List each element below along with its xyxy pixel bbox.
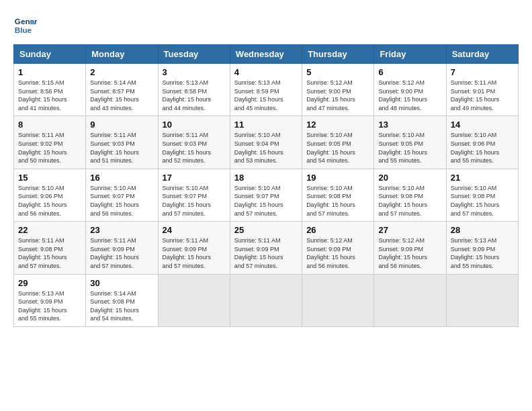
day-number: 30 <box>90 278 153 288</box>
day-cell: 19Sunrise: 5:10 AMSunset: 9:08 PMDayligh… <box>302 169 374 221</box>
cell-info: Sunrise: 5:11 AMSunset: 9:03 PMDaylight:… <box>90 131 153 165</box>
cell-info: Sunrise: 5:12 AMSunset: 9:09 PMDaylight:… <box>306 236 369 270</box>
weekday-header-tuesday: Tuesday <box>158 45 230 64</box>
svg-text:Blue: Blue <box>15 26 32 34</box>
cell-info: Sunrise: 5:11 AMSunset: 9:08 PMDaylight:… <box>18 236 81 270</box>
cell-info: Sunrise: 5:13 AMSunset: 9:09 PMDaylight:… <box>18 289 81 323</box>
cell-info: Sunrise: 5:11 AMSunset: 9:01 PMDaylight:… <box>451 79 514 112</box>
day-number: 20 <box>378 173 441 183</box>
logo: General Blue <box>13 13 40 38</box>
day-cell <box>374 274 446 326</box>
day-number: 4 <box>234 67 298 77</box>
day-cell <box>302 274 374 326</box>
day-cell: 5Sunrise: 5:12 AMSunset: 9:00 PMDaylight… <box>302 64 374 116</box>
day-cell: 28Sunrise: 5:13 AMSunset: 9:09 PMDayligh… <box>446 222 518 274</box>
day-cell <box>158 274 230 326</box>
day-cell: 20Sunrise: 5:10 AMSunset: 9:08 PMDayligh… <box>374 169 446 221</box>
day-number: 13 <box>378 120 441 130</box>
cell-info: Sunrise: 5:10 AMSunset: 9:07 PMDaylight:… <box>90 184 153 218</box>
day-cell: 30Sunrise: 5:14 AMSunset: 9:08 PMDayligh… <box>86 274 158 326</box>
day-number: 8 <box>18 120 81 130</box>
day-number: 24 <box>163 225 226 235</box>
svg-text:General: General <box>15 17 38 26</box>
day-cell: 11Sunrise: 5:10 AMSunset: 9:04 PMDayligh… <box>230 116 302 169</box>
week-row-3: 15Sunrise: 5:10 AMSunset: 9:06 PMDayligh… <box>14 169 519 221</box>
page-header: General Blue <box>13 13 519 38</box>
day-number: 11 <box>234 120 298 130</box>
day-cell: 7Sunrise: 5:11 AMSunset: 9:01 PMDaylight… <box>446 64 518 116</box>
day-number: 9 <box>90 120 153 130</box>
cell-info: Sunrise: 5:14 AMSunset: 8:57 PMDaylight:… <box>90 79 153 112</box>
day-cell: 13Sunrise: 5:10 AMSunset: 9:05 PMDayligh… <box>374 116 446 169</box>
day-number: 18 <box>234 173 298 183</box>
day-cell: 17Sunrise: 5:10 AMSunset: 9:07 PMDayligh… <box>158 169 230 221</box>
cell-info: Sunrise: 5:10 AMSunset: 9:08 PMDaylight:… <box>451 184 514 218</box>
day-number: 2 <box>90 67 153 77</box>
cell-info: Sunrise: 5:10 AMSunset: 9:05 PMDaylight:… <box>378 131 441 165</box>
day-cell: 9Sunrise: 5:11 AMSunset: 9:03 PMDaylight… <box>86 116 158 169</box>
week-row-2: 8Sunrise: 5:11 AMSunset: 9:02 PMDaylight… <box>14 116 519 169</box>
cell-info: Sunrise: 5:13 AMSunset: 9:09 PMDaylight:… <box>451 236 514 270</box>
weekday-header-monday: Monday <box>86 45 158 64</box>
day-number: 26 <box>306 225 369 235</box>
day-number: 23 <box>90 225 153 235</box>
day-number: 28 <box>451 225 514 235</box>
day-cell: 4Sunrise: 5:13 AMSunset: 8:59 PMDaylight… <box>230 64 302 116</box>
day-cell: 2Sunrise: 5:14 AMSunset: 8:57 PMDaylight… <box>86 64 158 116</box>
cell-info: Sunrise: 5:11 AMSunset: 9:09 PMDaylight:… <box>163 236 226 270</box>
week-row-1: 1Sunrise: 5:15 AMSunset: 8:56 PMDaylight… <box>14 64 519 116</box>
day-cell: 3Sunrise: 5:13 AMSunset: 8:58 PMDaylight… <box>158 64 230 116</box>
day-number: 5 <box>306 67 369 77</box>
cell-info: Sunrise: 5:14 AMSunset: 9:08 PMDaylight:… <box>90 289 153 323</box>
cell-info: Sunrise: 5:11 AMSunset: 9:09 PMDaylight:… <box>234 236 298 270</box>
cell-info: Sunrise: 5:10 AMSunset: 9:04 PMDaylight:… <box>234 131 298 165</box>
day-cell: 6Sunrise: 5:12 AMSunset: 9:00 PMDaylight… <box>374 64 446 116</box>
weekday-header-wednesday: Wednesday <box>230 45 302 64</box>
week-row-5: 29Sunrise: 5:13 AMSunset: 9:09 PMDayligh… <box>14 274 519 326</box>
day-number: 22 <box>18 225 81 235</box>
weekday-header-thursday: Thursday <box>302 45 374 64</box>
day-number: 1 <box>18 67 81 77</box>
cell-info: Sunrise: 5:15 AMSunset: 8:56 PMDaylight:… <box>18 79 81 112</box>
day-number: 7 <box>451 67 514 77</box>
day-cell <box>446 274 518 326</box>
week-row-4: 22Sunrise: 5:11 AMSunset: 9:08 PMDayligh… <box>14 222 519 274</box>
day-number: 16 <box>90 173 153 183</box>
day-cell: 8Sunrise: 5:11 AMSunset: 9:02 PMDaylight… <box>14 116 86 169</box>
day-cell <box>230 274 302 326</box>
calendar-table: SundayMondayTuesdayWednesdayThursdayFrid… <box>13 44 519 327</box>
cell-info: Sunrise: 5:13 AMSunset: 8:59 PMDaylight:… <box>234 79 298 112</box>
day-number: 17 <box>163 173 226 183</box>
day-number: 6 <box>378 67 441 77</box>
cell-info: Sunrise: 5:11 AMSunset: 9:09 PMDaylight:… <box>90 236 153 270</box>
day-number: 3 <box>163 67 226 77</box>
day-cell: 15Sunrise: 5:10 AMSunset: 9:06 PMDayligh… <box>14 169 86 221</box>
day-number: 14 <box>451 120 514 130</box>
cell-info: Sunrise: 5:11 AMSunset: 9:02 PMDaylight:… <box>18 131 81 165</box>
day-cell: 21Sunrise: 5:10 AMSunset: 9:08 PMDayligh… <box>446 169 518 221</box>
cell-info: Sunrise: 5:10 AMSunset: 9:08 PMDaylight:… <box>378 184 441 218</box>
cell-info: Sunrise: 5:12 AMSunset: 9:00 PMDaylight:… <box>306 79 369 112</box>
day-cell: 23Sunrise: 5:11 AMSunset: 9:09 PMDayligh… <box>86 222 158 274</box>
weekday-header-saturday: Saturday <box>446 45 518 64</box>
cell-info: Sunrise: 5:10 AMSunset: 9:08 PMDaylight:… <box>306 184 369 218</box>
day-number: 12 <box>306 120 369 130</box>
cell-info: Sunrise: 5:10 AMSunset: 9:07 PMDaylight:… <box>163 184 226 218</box>
cell-info: Sunrise: 5:10 AMSunset: 9:05 PMDaylight:… <box>306 131 369 165</box>
cell-info: Sunrise: 5:12 AMSunset: 9:09 PMDaylight:… <box>378 236 441 270</box>
day-cell: 16Sunrise: 5:10 AMSunset: 9:07 PMDayligh… <box>86 169 158 221</box>
day-number: 19 <box>306 173 369 183</box>
day-cell: 18Sunrise: 5:10 AMSunset: 9:07 PMDayligh… <box>230 169 302 221</box>
day-cell: 27Sunrise: 5:12 AMSunset: 9:09 PMDayligh… <box>374 222 446 274</box>
day-number: 21 <box>451 173 514 183</box>
cell-info: Sunrise: 5:10 AMSunset: 9:06 PMDaylight:… <box>18 184 81 218</box>
day-cell: 26Sunrise: 5:12 AMSunset: 9:09 PMDayligh… <box>302 222 374 274</box>
cell-info: Sunrise: 5:10 AMSunset: 9:07 PMDaylight:… <box>234 184 298 218</box>
day-number: 10 <box>163 120 226 130</box>
day-cell: 12Sunrise: 5:10 AMSunset: 9:05 PMDayligh… <box>302 116 374 169</box>
weekday-header-sunday: Sunday <box>14 45 86 64</box>
day-cell: 22Sunrise: 5:11 AMSunset: 9:08 PMDayligh… <box>14 222 86 274</box>
day-number: 29 <box>18 278 81 288</box>
day-cell: 24Sunrise: 5:11 AMSunset: 9:09 PMDayligh… <box>158 222 230 274</box>
cell-info: Sunrise: 5:10 AMSunset: 9:06 PMDaylight:… <box>451 131 514 165</box>
